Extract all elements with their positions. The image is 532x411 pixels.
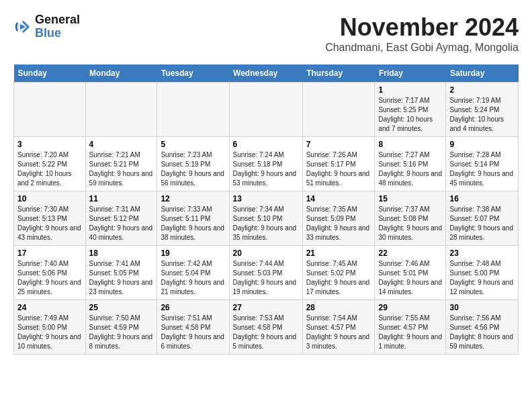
day-detail: Sunrise: 7:46 AM Sunset: 5:01 PM Dayligh… [378, 259, 442, 297]
day-number: 12 [161, 194, 225, 203]
day-detail: Sunrise: 7:21 AM Sunset: 5:21 PM Dayligh… [89, 150, 154, 188]
day-detail: Sunrise: 7:40 AM Sunset: 5:06 PM Dayligh… [17, 259, 82, 297]
week-row-4: 17Sunrise: 7:40 AM Sunset: 5:06 PM Dayli… [14, 246, 519, 300]
day-cell [85, 83, 157, 137]
day-detail: Sunrise: 7:42 AM Sunset: 5:04 PM Dayligh… [161, 259, 225, 297]
day-detail: Sunrise: 7:20 AM Sunset: 5:22 PM Dayligh… [17, 150, 82, 188]
day-detail: Sunrise: 7:50 AM Sunset: 4:59 PM Dayligh… [89, 314, 154, 351]
day-number: 7 [306, 140, 371, 149]
day-number: 10 [17, 194, 82, 203]
day-number: 1 [378, 85, 442, 95]
day-detail: Sunrise: 7:41 AM Sunset: 5:05 PM Dayligh… [89, 259, 154, 297]
day-number: 5 [161, 140, 225, 149]
day-detail: Sunrise: 7:35 AM Sunset: 5:09 PM Dayligh… [306, 205, 371, 242]
day-cell [229, 83, 302, 137]
day-cell: 25Sunrise: 7:50 AM Sunset: 4:59 PM Dayli… [85, 300, 157, 355]
day-number: 17 [17, 248, 82, 258]
day-cell [302, 83, 375, 137]
day-cell: 26Sunrise: 7:51 AM Sunset: 4:58 PM Dayli… [157, 300, 229, 355]
day-number: 30 [449, 303, 515, 312]
day-cell: 24Sunrise: 7:49 AM Sunset: 5:00 PM Dayli… [14, 300, 86, 355]
header-row: Sunday Monday Tuesday Wednesday Thursday… [14, 64, 519, 83]
day-detail: Sunrise: 7:53 AM Sunset: 4:58 PM Dayligh… [233, 314, 299, 351]
day-detail: Sunrise: 7:48 AM Sunset: 5:00 PM Dayligh… [449, 259, 515, 297]
day-cell: 10Sunrise: 7:30 AM Sunset: 5:13 PM Dayli… [14, 191, 86, 246]
week-row-3: 10Sunrise: 7:30 AM Sunset: 5:13 PM Dayli… [14, 191, 519, 246]
day-cell: 20Sunrise: 7:44 AM Sunset: 5:03 PM Dayli… [229, 246, 302, 300]
day-cell: 28Sunrise: 7:54 AM Sunset: 4:57 PM Dayli… [302, 300, 375, 355]
col-sunday: Sunday [14, 64, 86, 83]
day-cell: 17Sunrise: 7:40 AM Sunset: 5:06 PM Dayli… [14, 246, 86, 300]
day-number: 25 [89, 303, 154, 312]
col-wednesday: Wednesday [229, 64, 302, 83]
day-number: 4 [89, 140, 154, 149]
day-detail: Sunrise: 7:31 AM Sunset: 5:12 PM Dayligh… [89, 205, 154, 242]
day-cell: 4Sunrise: 7:21 AM Sunset: 5:21 PM Daylig… [85, 137, 157, 191]
day-number: 16 [449, 194, 515, 203]
day-cell [14, 83, 86, 137]
day-cell: 11Sunrise: 7:31 AM Sunset: 5:12 PM Dayli… [85, 191, 157, 246]
day-number: 20 [233, 248, 299, 258]
day-detail: Sunrise: 7:17 AM Sunset: 5:25 PM Dayligh… [378, 96, 442, 134]
day-cell: 22Sunrise: 7:46 AM Sunset: 5:01 PM Dayli… [375, 246, 446, 300]
day-number: 3 [17, 140, 82, 149]
col-tuesday: Tuesday [157, 64, 229, 83]
day-cell: 1Sunrise: 7:17 AM Sunset: 5:25 PM Daylig… [375, 83, 446, 137]
day-detail: Sunrise: 7:30 AM Sunset: 5:13 PM Dayligh… [17, 205, 82, 242]
day-detail: Sunrise: 7:19 AM Sunset: 5:24 PM Dayligh… [449, 96, 515, 134]
day-detail: Sunrise: 7:44 AM Sunset: 5:03 PM Dayligh… [233, 259, 299, 297]
col-friday: Friday [375, 64, 446, 83]
col-saturday: Saturday [446, 64, 519, 83]
day-cell: 29Sunrise: 7:55 AM Sunset: 4:57 PM Dayli… [375, 300, 446, 355]
day-detail: Sunrise: 7:24 AM Sunset: 5:18 PM Dayligh… [233, 150, 299, 188]
day-detail: Sunrise: 7:37 AM Sunset: 5:08 PM Dayligh… [378, 205, 442, 242]
day-cell: 7Sunrise: 7:26 AM Sunset: 5:17 PM Daylig… [302, 137, 375, 191]
day-detail: Sunrise: 7:49 AM Sunset: 5:00 PM Dayligh… [17, 314, 82, 351]
day-number: 28 [306, 303, 371, 312]
day-detail: Sunrise: 7:51 AM Sunset: 4:58 PM Dayligh… [161, 314, 225, 351]
day-number: 26 [161, 303, 225, 312]
day-number: 29 [378, 303, 442, 312]
day-cell: 12Sunrise: 7:33 AM Sunset: 5:11 PM Dayli… [157, 191, 229, 246]
day-cell: 9Sunrise: 7:28 AM Sunset: 5:14 PM Daylig… [446, 137, 519, 191]
day-cell: 8Sunrise: 7:27 AM Sunset: 5:16 PM Daylig… [375, 137, 446, 191]
day-cell: 13Sunrise: 7:34 AM Sunset: 5:10 PM Dayli… [229, 191, 302, 246]
title-section: November 2024 Chandmani, East Gobi Aymag… [325, 13, 519, 62]
logo-line2: Blue [35, 27, 80, 40]
day-cell: 21Sunrise: 7:45 AM Sunset: 5:02 PM Dayli… [302, 246, 375, 300]
day-cell [157, 83, 229, 137]
logo-line1: General [35, 13, 80, 27]
month-title: November 2024 [325, 13, 519, 42]
day-cell: 18Sunrise: 7:41 AM Sunset: 5:05 PM Dayli… [85, 246, 157, 300]
day-number: 15 [378, 194, 442, 203]
day-number: 6 [233, 140, 299, 149]
day-detail: Sunrise: 7:45 AM Sunset: 5:02 PM Dayligh… [306, 259, 371, 297]
day-number: 18 [89, 248, 154, 258]
logo-icon [13, 17, 32, 36]
day-detail: Sunrise: 7:27 AM Sunset: 5:16 PM Dayligh… [378, 150, 442, 188]
day-number: 11 [89, 194, 154, 203]
day-number: 14 [306, 194, 371, 203]
location-title: Chandmani, East Gobi Aymag, Mongolia [325, 42, 519, 54]
day-number: 24 [17, 303, 82, 312]
day-cell: 16Sunrise: 7:38 AM Sunset: 5:07 PM Dayli… [446, 191, 519, 246]
day-number: 21 [306, 248, 371, 258]
logo: General Blue [13, 13, 80, 40]
day-detail: Sunrise: 7:28 AM Sunset: 5:14 PM Dayligh… [449, 150, 515, 188]
day-cell: 23Sunrise: 7:48 AM Sunset: 5:00 PM Dayli… [446, 246, 519, 300]
day-detail: Sunrise: 7:33 AM Sunset: 5:11 PM Dayligh… [161, 205, 225, 242]
day-detail: Sunrise: 7:56 AM Sunset: 4:56 PM Dayligh… [449, 314, 515, 351]
day-number: 13 [233, 194, 299, 203]
day-cell: 15Sunrise: 7:37 AM Sunset: 5:08 PM Dayli… [375, 191, 446, 246]
day-detail: Sunrise: 7:34 AM Sunset: 5:10 PM Dayligh… [233, 205, 299, 242]
day-detail: Sunrise: 7:38 AM Sunset: 5:07 PM Dayligh… [449, 205, 515, 242]
day-number: 8 [378, 140, 442, 149]
day-number: 23 [449, 248, 515, 258]
day-detail: Sunrise: 7:26 AM Sunset: 5:17 PM Dayligh… [306, 150, 371, 188]
week-row-1: 1Sunrise: 7:17 AM Sunset: 5:25 PM Daylig… [14, 83, 519, 137]
day-cell: 2Sunrise: 7:19 AM Sunset: 5:24 PM Daylig… [446, 83, 519, 137]
day-cell: 27Sunrise: 7:53 AM Sunset: 4:58 PM Dayli… [229, 300, 302, 355]
day-number: 2 [449, 85, 515, 95]
day-cell: 5Sunrise: 7:23 AM Sunset: 5:19 PM Daylig… [157, 137, 229, 191]
day-detail: Sunrise: 7:54 AM Sunset: 4:57 PM Dayligh… [306, 314, 371, 351]
